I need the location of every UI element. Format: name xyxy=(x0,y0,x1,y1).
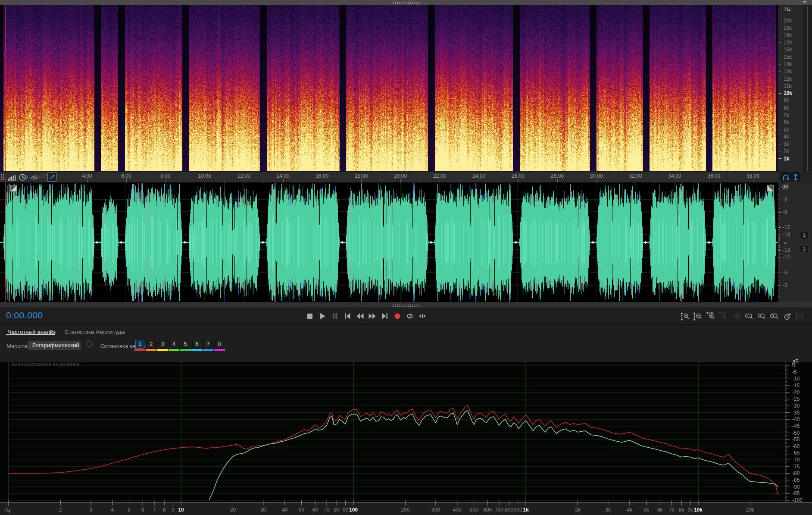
db-minor-tick xyxy=(778,246,780,247)
play-button[interactable] xyxy=(317,311,328,322)
level-meter-icon[interactable] xyxy=(7,174,17,182)
timeline-label: 38:00 xyxy=(746,173,759,179)
move-playhead-button[interactable] xyxy=(417,311,428,322)
hold-frame-button-6[interactable]: 6 xyxy=(192,340,201,349)
freq-minor-tick xyxy=(778,60,780,61)
panel-splitter-top[interactable] xyxy=(0,0,812,5)
scale-dropdown[interactable]: Логарифмический xyxy=(28,341,81,350)
db-minor-tick xyxy=(778,253,780,254)
svg-text:400: 400 xyxy=(453,507,462,513)
db-axis-label: -6 xyxy=(783,270,787,276)
hold-frame-button-2[interactable]: 2 xyxy=(147,340,156,349)
svg-text:9: 9 xyxy=(172,507,175,513)
svg-text:80: 80 xyxy=(334,507,340,513)
hold-frame-color-3 xyxy=(157,349,168,351)
timeline-label: 18:00 xyxy=(355,173,368,179)
freq-minor-tick xyxy=(778,24,780,25)
freq-tick xyxy=(778,137,781,137)
db-minor-tick xyxy=(778,241,780,241)
freq-axis-label: 3k xyxy=(784,141,789,147)
channel-2-badge[interactable]: 2 xyxy=(800,245,809,253)
headphones-icon[interactable] xyxy=(781,172,790,181)
pause-button[interactable] xyxy=(329,311,340,322)
channel-1-badge[interactable]: 1 xyxy=(800,232,809,239)
zoom-to-selection-button[interactable] xyxy=(768,311,780,322)
hold-frame-button-5[interactable]: 5 xyxy=(181,340,190,349)
fast-forward-button[interactable] xyxy=(367,311,378,322)
zoom-to-out-point-button[interactable] xyxy=(756,311,767,322)
skip-to-end-button[interactable] xyxy=(379,311,390,322)
loop-playback-icon xyxy=(405,311,415,321)
zoom-out-horizontal-button[interactable] xyxy=(718,311,729,322)
db-minor-tick xyxy=(778,267,780,267)
zoom-in-vertical-button[interactable] xyxy=(679,311,690,322)
pin-playhead-button[interactable] xyxy=(47,173,57,182)
freq-tick xyxy=(778,57,781,57)
timeline-major-tick xyxy=(714,179,714,182)
fade-out-handle[interactable] xyxy=(767,185,774,192)
timeline-major-tick xyxy=(636,179,636,182)
freq-axis-label: 4k xyxy=(784,134,789,140)
chevron-down-icon xyxy=(74,345,77,347)
svg-text:2: 2 xyxy=(59,507,62,513)
fade-in-handle[interactable] xyxy=(10,185,17,192)
zoom-reset-button[interactable] xyxy=(730,311,741,322)
hold-frame-button-8[interactable]: 8 xyxy=(215,340,224,349)
playhead-waveform[interactable] xyxy=(5,182,6,302)
hold-frame-button-3[interactable]: 3 xyxy=(158,340,167,349)
hold-frame-button-7[interactable]: 7 xyxy=(203,340,212,349)
timeline-label: 6:00 xyxy=(121,173,131,179)
gain-value[interactable]: +0 xyxy=(22,174,28,181)
zoom-reset-icon xyxy=(731,311,741,321)
hold-frame-button-4[interactable]: 4 xyxy=(169,340,178,349)
hold-frame-color-6 xyxy=(191,349,202,351)
freq-minor-tick xyxy=(778,140,780,141)
freq-axis-label: 16k xyxy=(784,47,792,53)
zoom-to-in-point-button[interactable] xyxy=(743,311,754,322)
timeline-ruler[interactable]: +0 dB 2:00 4:006:008:0010:0012:0014:0016… xyxy=(0,171,778,182)
copy-graph-button[interactable] xyxy=(86,341,94,349)
skip-to-start-button[interactable] xyxy=(342,311,353,322)
db-minor-tick xyxy=(778,248,780,249)
panel-splitter-middle[interactable] xyxy=(0,302,812,308)
timeline-grip-icon[interactable] xyxy=(1,173,5,181)
time-display[interactable]: 0:00.000 xyxy=(6,310,43,320)
splitter-grip-icon[interactable] xyxy=(392,1,420,4)
svg-text:20: 20 xyxy=(230,507,236,513)
db-tick xyxy=(778,212,781,213)
hold-frame-button-1[interactable]: 1 xyxy=(135,340,144,349)
rewind-button[interactable] xyxy=(354,311,365,322)
spectrogram-view[interactable] xyxy=(0,5,778,171)
frequency-chart[interactable]: Анализированое выделение дБ0-5-10-15-20-… xyxy=(0,355,812,515)
freq-minor-tick xyxy=(778,162,780,163)
stop-button[interactable] xyxy=(304,311,315,322)
refresh-loop-button[interactable] xyxy=(781,311,793,322)
freq-axis-label: 18k xyxy=(784,32,792,38)
waveform-canvas[interactable] xyxy=(0,182,778,302)
freq-tick xyxy=(778,115,781,115)
splitter-grip-icon[interactable] xyxy=(392,304,420,307)
freq-minor-tick xyxy=(778,155,780,155)
db-axis-label: -18 xyxy=(783,247,790,253)
zoom-out-vertical-icon xyxy=(693,311,703,321)
db-axis-label: -12 xyxy=(783,254,790,261)
tab-amplitude-statistics[interactable]: Статистика Амплитуды xyxy=(65,329,125,335)
svg-text:-15: -15 xyxy=(792,383,800,389)
zoom-in-horizontal-button[interactable] xyxy=(705,311,716,322)
db-axis-label: -3 xyxy=(783,197,787,203)
zoom-full-button[interactable] xyxy=(794,311,805,322)
spectrogram-canvas[interactable] xyxy=(0,5,778,171)
frequency-chart-plot[interactable]: дБ0-5-10-15-20-25-30-35-40-45-50-55-60-6… xyxy=(0,355,812,515)
loop-playback-button[interactable] xyxy=(404,311,415,322)
collapse-triangle-icon[interactable] xyxy=(803,1,807,3)
waveform-view[interactable] xyxy=(0,182,778,302)
svg-text:6: 6 xyxy=(141,507,144,513)
record-button[interactable] xyxy=(392,311,403,322)
zoom-out-vertical-button[interactable] xyxy=(692,311,703,322)
amplitude-scale: dB 1 2 -3-3-6-6-12-12-18-18-∞ xyxy=(778,182,812,302)
timeline-major-tick xyxy=(244,179,244,182)
svg-text:800: 800 xyxy=(505,507,513,513)
input-monitor-icon[interactable] xyxy=(791,172,800,181)
svg-text:-60: -60 xyxy=(792,443,800,449)
playhead-spectrogram[interactable] xyxy=(5,5,6,171)
